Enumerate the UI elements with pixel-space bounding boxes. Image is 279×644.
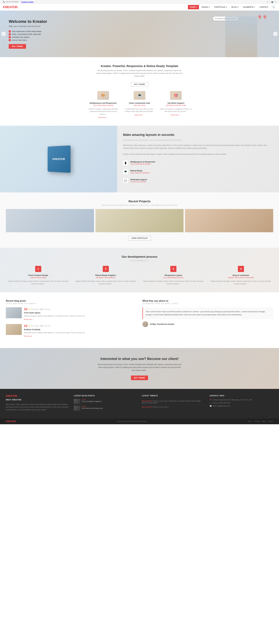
feature-readmore-3[interactable]: Read more → <box>171 114 181 116</box>
blog-title-text-1: From Outer Space <box>24 312 86 314</box>
process-desc-1: Integer hendrerit nisl fugiat, semper nu… <box>6 280 70 285</box>
portfolio-tag: CHECK OUR LATEST PORTFOLIO PROJECTS. SUR… <box>6 204 273 206</box>
process-number-1: 1 <box>35 266 41 272</box>
social-instagram[interactable]: 📷 <box>271 1 273 3</box>
portfolio-item-3[interactable]: VIEW <box>185 209 273 232</box>
process-sub-3: FULLY RESPONSIVE DESIGN <box>141 277 206 278</box>
portfolio-item-1[interactable]: VIEW <box>6 209 94 232</box>
footer-bottom-links: About Portfolio Blog Contact <box>248 420 273 422</box>
feature-icon-3: 🎯 <box>170 91 182 100</box>
footer-post-2-content: 09 Apr Front-ellerGout formation and <box>82 406 103 411</box>
footer-bottom-logo: KREATOR. <box>6 420 16 422</box>
process-title-4: Easy to customize <box>209 274 273 276</box>
tweet-user-1: @KreatorPSD <box>142 400 152 402</box>
footer-link-blog[interactable]: Blog <box>262 420 266 422</box>
nav-contact[interactable]: CONTACT <box>258 5 271 9</box>
process-grid: 1 Fresh Creative Design ALWAYS FRESH IDE… <box>6 266 273 285</box>
nav-blog[interactable]: BLOG ▾ <box>230 5 240 9</box>
feature-card-3: 🎯 Top Notch Support DEDICATED SUPPORT TE… <box>160 91 192 118</box>
layout-feature-icon-3: 💬 <box>123 178 128 183</box>
footer-grid: KREATOR. MEET KREATOR Meet Kreator. Clea… <box>6 395 273 412</box>
cta-description: We proudly present you Kreator. Fresh, c… <box>97 363 182 372</box>
footer-col-tweets: LATEST TWEETS @KreatorPSD Thank you very… <box>142 395 205 412</box>
hero-subtitle: Take your creativity to the next level <box>9 25 47 28</box>
logo-rest: REATOR. <box>5 5 18 9</box>
footer-link-about[interactable]: About <box>248 420 252 422</box>
hero-next-button[interactable]: › <box>273 32 278 36</box>
footer-blog-title: LATEST BLOG POSTS <box>74 395 137 397</box>
footer-link-portfolio[interactable]: Portfolio <box>254 420 260 422</box>
blog-readmore-2[interactable]: Read more → <box>24 335 34 337</box>
layout-feature-title-2: Retina Ready <box>130 170 150 172</box>
portfolio-title: Recent Projects <box>6 200 273 203</box>
blog-date-1: 22 <box>24 307 27 311</box>
author-info: Graffig. Themeforest member <box>150 323 174 325</box>
blog-excerpt-1: Nulla quam quam, dapibus vitae egestas i… <box>24 315 86 317</box>
intro-cta-button[interactable]: BUY THEME <box>131 82 148 87</box>
author-name: Graffig. Themeforest member <box>150 323 174 325</box>
footer-col-blog: LATEST BLOG POSTS 22 Apr From comalBimb … <box>74 395 137 412</box>
hero-section: ‹ Welcome to Kreator Take your creativit… <box>0 10 279 57</box>
layout-feature-sub-2: PIXEL PERFECT GRAPHICS <box>130 172 150 174</box>
layout-section: KREATOR Make amazing layouts in seconds … <box>0 126 279 192</box>
cta-section: Interested in what you see? Become our c… <box>0 348 279 389</box>
search-button[interactable]: 🔍 <box>271 5 276 9</box>
social-facebook[interactable]: f <box>270 1 270 3</box>
feature-card-2: 💻 Clean commented code 100% W3C VALID Cu… <box>124 91 155 118</box>
hero-cta-button[interactable]: BUY THEME <box>9 44 26 49</box>
nav-elements[interactable]: ELEMENTS ▾ <box>241 5 257 9</box>
process-desc-3: Integer hendrerit nisl fugiat, semper nu… <box>141 280 206 285</box>
blog-comments-2: 💬 5 comments <box>40 325 50 327</box>
footer-post-title-2: Front-ellerGout formation and <box>82 407 103 409</box>
hero-feature-2: Clean, commented & W3C valid code <box>9 33 47 35</box>
hero-title: Welcome to Kreator <box>9 19 47 24</box>
layout-feature-text-3: Dedicated support TOP NOTCH SUPPORT <box>130 178 147 183</box>
footer-about-text: Meet Kreator. Clean, responsive retina r… <box>6 403 69 411</box>
logo-k: K <box>3 5 5 9</box>
layout-features-list: 📱 Multipurpose & Responsive FULLY RESPON… <box>123 158 273 185</box>
feature-icon-2: 💻 <box>134 91 145 100</box>
nav-menu: HOME ▾ PAGES ▾ PORTFOLIO ▾ BLOG ▾ ELEMEN… <box>188 5 276 9</box>
portfolio-item-2[interactable]: VIEW <box>95 209 184 232</box>
contact-link[interactable]: Contact us Today <box>21 1 33 3</box>
layout-feature-title-1: Multipurpose & Responsive <box>130 161 155 163</box>
footer-phone: 📞 Phone: +80 61 587 8917 <box>210 402 273 404</box>
phone-number: 📞 +91 011 919 6054 <box>3 1 18 3</box>
testimonial-quote: This is the first time I have ever felt … <box>142 307 273 319</box>
blog-source-2: 📁 Post Industry <box>29 325 39 327</box>
blog-date-2: 22 <box>24 324 27 328</box>
blog-thumb-1 <box>6 307 22 318</box>
blog-title-text-2: Endless Creativity <box>24 328 86 330</box>
footer-post-2: 09 Apr Front-ellerGout formation and <box>74 406 137 411</box>
footer-copyright: Designed and developed by Pixel Industry… <box>117 420 147 422</box>
feature-readmore-2[interactable]: Read more → <box>135 114 144 116</box>
nav-home[interactable]: HOME ▾ <box>188 5 199 9</box>
process-step-1: 1 Fresh Creative Design ALWAYS FRESH IDE… <box>6 266 70 285</box>
footer-link-contact[interactable]: Contact <box>268 420 273 422</box>
process-step-4: 4 Easy to customize CREATE YOUR LAYOUT I… <box>209 266 273 285</box>
process-tag: THIS IS HOW WE DO IT <box>6 260 273 262</box>
nav-portfolio[interactable]: PORTFOLIO ▾ <box>212 5 229 9</box>
top-bar: 📞 +91 011 919 6054 Contact us Today 𝕏 f … <box>0 0 279 4</box>
feature-desc-3: Have any question or suggestion? Drop us… <box>160 108 192 113</box>
blog-readmore-1[interactable]: Read more → <box>24 318 34 320</box>
hero-prev-button[interactable]: ‹ <box>1 32 6 36</box>
cta-title: Interested in what you see? Become our c… <box>6 357 273 361</box>
footer-tweet-2: @KreatorPSD Thank you very much :) <box>142 405 205 409</box>
logo[interactable]: KREATOR. <box>3 5 18 9</box>
feature-readmore-1[interactable]: Read more → <box>98 116 108 118</box>
process-title: Our development process <box>6 255 273 258</box>
view-portfolio-button[interactable]: VIEW PORTFOLIO <box>128 236 151 240</box>
social-twitter[interactable]: 𝕏 <box>267 1 268 3</box>
footer-post-thumb-2 <box>74 406 80 411</box>
feature-icon-1: 🎨 <box>97 91 109 100</box>
nav-pages[interactable]: PAGES ▾ <box>200 5 212 9</box>
layout-description: Meet Kreator, fully responsive, creative… <box>123 144 273 150</box>
cta-button[interactable]: BUY THEME <box>131 376 148 380</box>
social-twitter2[interactable]: 𝕏 <box>275 1 276 3</box>
hero-feature-3: Unlimited color options <box>9 36 47 38</box>
blog-source-1: 📁 Post Industry <box>29 308 39 310</box>
testimonial-title: What they say about us <box>142 300 273 302</box>
layout-content: Make amazing layouts in seconds RESPONSI… <box>117 126 279 192</box>
feature-desc-1: Kreator is modern, multipurpose and full… <box>87 108 119 116</box>
